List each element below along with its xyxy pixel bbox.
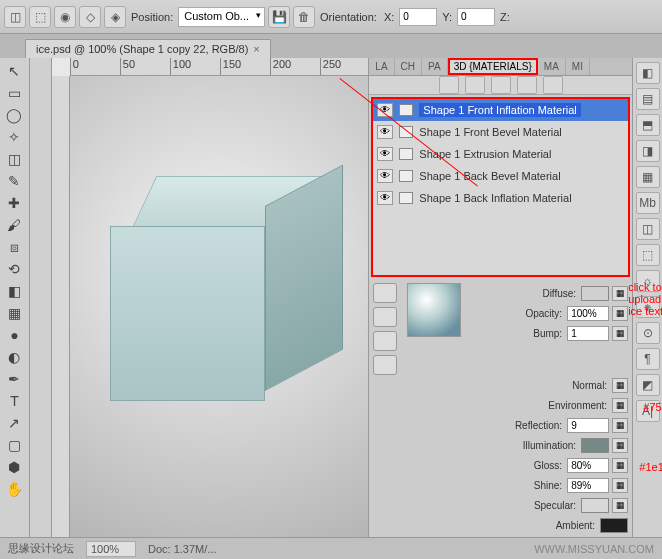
tab-ch[interactable]: CH: [395, 58, 422, 75]
visibility-icon[interactable]: 👁: [377, 191, 393, 205]
tool-icon-1[interactable]: ◫: [4, 6, 26, 28]
tab-ma[interactable]: MA: [538, 58, 566, 75]
marquee-tool[interactable]: ▭: [2, 82, 26, 104]
mode-icon-1[interactable]: [439, 76, 459, 94]
mode-icon-2[interactable]: [465, 76, 485, 94]
mode-icon-4[interactable]: [517, 76, 537, 94]
panel-icon-7[interactable]: ◫: [636, 218, 660, 240]
zoom-input[interactable]: 100%: [86, 541, 136, 557]
material-row[interactable]: 👁 Shape 1 Front Bevel Material: [373, 121, 628, 143]
dodge-tool[interactable]: ◐: [2, 346, 26, 368]
y-input[interactable]: 0: [457, 8, 495, 26]
pen-tool[interactable]: ✒: [2, 368, 26, 390]
hand-tool[interactable]: ✋: [2, 478, 26, 500]
eyedrop-tool[interactable]: ✎: [2, 170, 26, 192]
illumination-texture-btn[interactable]: ▦: [612, 438, 628, 453]
material-row[interactable]: 👁 Shape 1 Extrusion Material: [373, 143, 628, 165]
preview-mode-1[interactable]: [373, 283, 397, 303]
panel-icon-1[interactable]: ◧: [636, 62, 660, 84]
position-dropdown[interactable]: Custom Ob...: [178, 7, 265, 27]
path-tool[interactable]: ↗: [2, 412, 26, 434]
x-input[interactable]: 0: [399, 8, 437, 26]
tab-mi[interactable]: MI: [566, 58, 590, 75]
panel-icon-13[interactable]: ◩: [636, 374, 660, 396]
preview-mode-4[interactable]: [373, 355, 397, 375]
material-row[interactable]: 👁 Shape 1 Back Inflation Material: [373, 187, 628, 209]
tool-icon-5[interactable]: ◈: [104, 6, 126, 28]
options-bar: ◫ ⬚ ◉ ◇ ◈ Position: Custom Ob... 💾 🗑 Ori…: [0, 0, 662, 34]
visibility-icon[interactable]: 👁: [377, 103, 393, 117]
crop-tool[interactable]: ◫: [2, 148, 26, 170]
tools-panel: ↖ ▭ ◯ ✧ ◫ ✎ ✚ 🖌 ⧇ ⟲ ◧ ▦ ● ◐ ✒ T ↗ ▢ ⬢ ✋: [0, 58, 30, 537]
heal-tool[interactable]: ✚: [2, 192, 26, 214]
history-tool[interactable]: ⟲: [2, 258, 26, 280]
opacity-input[interactable]: 100%: [567, 306, 609, 321]
tab-3d-materials[interactable]: 3D {MATERIALS}: [448, 58, 538, 75]
reflection-input[interactable]: 9: [567, 418, 609, 433]
panel-icon-12[interactable]: ¶: [636, 348, 660, 370]
tab-pa[interactable]: PA: [422, 58, 448, 75]
trash-icon[interactable]: 🗑: [293, 6, 315, 28]
wand-tool[interactable]: ✧: [2, 126, 26, 148]
specular-swatch[interactable]: [581, 498, 609, 513]
canvas[interactable]: [70, 76, 369, 537]
diffuse-swatch[interactable]: [581, 286, 609, 301]
mode-icon-3[interactable]: [491, 76, 511, 94]
visibility-icon[interactable]: 👁: [377, 169, 393, 183]
opacity-texture-btn[interactable]: ▦: [612, 306, 628, 321]
preview-mode-3[interactable]: [373, 331, 397, 351]
type-tool[interactable]: T: [2, 390, 26, 412]
tool-icon-4[interactable]: ◇: [79, 6, 101, 28]
bump-input[interactable]: 1: [567, 326, 609, 341]
material-row[interactable]: 👁 Shape 1 Back Bevel Material: [373, 165, 628, 187]
tool-icon-2[interactable]: ⬚: [29, 6, 51, 28]
save-icon[interactable]: 💾: [268, 6, 290, 28]
watermark-left: 思缘设计论坛: [8, 541, 74, 556]
brush-tool[interactable]: 🖌: [2, 214, 26, 236]
panel-icon-11[interactable]: ⊙: [636, 322, 660, 344]
panel-icon-4[interactable]: ◨: [636, 140, 660, 162]
mode-icon-5[interactable]: [543, 76, 563, 94]
tool-icon-3[interactable]: ◉: [54, 6, 76, 28]
panel-tabs: LA CH PA 3D {MATERIALS} MA MI: [369, 58, 632, 76]
close-tab-icon[interactable]: ×: [253, 43, 259, 55]
gradient-tool[interactable]: ▦: [2, 302, 26, 324]
diffuse-texture-btn[interactable]: ▦: [612, 286, 628, 301]
environment-texture-btn[interactable]: ▦: [612, 398, 628, 413]
reflection-texture-btn[interactable]: ▦: [612, 418, 628, 433]
move-tool[interactable]: ↖: [2, 60, 26, 82]
edge-strip: [30, 58, 52, 537]
normal-texture-btn[interactable]: ▦: [612, 378, 628, 393]
blur-tool[interactable]: ●: [2, 324, 26, 346]
material-preview-sphere[interactable]: [407, 283, 461, 337]
stamp-tool[interactable]: ⧇: [2, 236, 26, 258]
visibility-icon[interactable]: 👁: [377, 147, 393, 161]
material-row[interactable]: 👁 Shape 1 Front Inflation Material: [373, 99, 628, 121]
panel-icon-5[interactable]: ▦: [636, 166, 660, 188]
shape-tool[interactable]: ▢: [2, 434, 26, 456]
tab-la[interactable]: LA: [369, 58, 394, 75]
gloss-texture-btn[interactable]: ▦: [612, 458, 628, 473]
3d-tool[interactable]: ⬢: [2, 456, 26, 478]
specular-texture-btn[interactable]: ▦: [612, 498, 628, 513]
eraser-tool[interactable]: ◧: [2, 280, 26, 302]
material-swatch: [399, 148, 413, 160]
ambient-swatch[interactable]: [600, 518, 628, 533]
shine-input[interactable]: 89%: [567, 478, 609, 493]
document-tab[interactable]: ice.psd @ 100% (Shape 1 copy 22, RGB/8) …: [25, 39, 271, 58]
bump-label: Bump:: [533, 328, 562, 339]
bump-texture-btn[interactable]: ▦: [612, 326, 628, 341]
shine-texture-btn[interactable]: ▦: [612, 478, 628, 493]
preview-mode-2[interactable]: [373, 307, 397, 327]
lasso-tool[interactable]: ◯: [2, 104, 26, 126]
panel-icon-8[interactable]: ⬚: [636, 244, 660, 266]
panel-icon-2[interactable]: ▤: [636, 88, 660, 110]
visibility-icon[interactable]: 👁: [377, 125, 393, 139]
gloss-input[interactable]: 80%: [567, 458, 609, 473]
gloss-label: Gloss:: [534, 460, 562, 471]
illumination-swatch[interactable]: [581, 438, 609, 453]
position-label: Position:: [131, 11, 173, 23]
panel-icon-6[interactable]: Mb: [636, 192, 660, 214]
material-swatch: [399, 170, 413, 182]
panel-icon-3[interactable]: ⬒: [636, 114, 660, 136]
